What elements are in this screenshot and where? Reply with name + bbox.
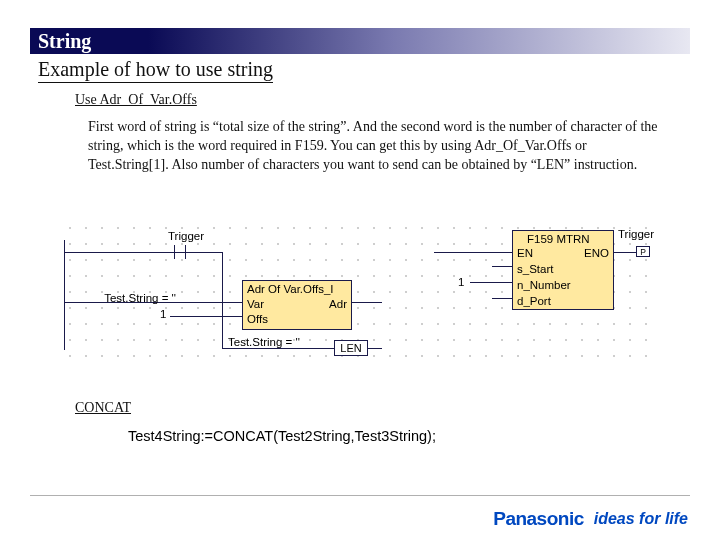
trigger-out-label: Trigger — [618, 228, 654, 240]
concat-code: Test4String:=CONCAT(Test2String,Test3Str… — [128, 428, 436, 444]
plc-diagram: Trigger Test.String = '' 1 Adr Of Var.Of… — [62, 220, 658, 370]
adr-block-title: Adr Of Var.Offs_I — [247, 283, 334, 295]
section1-heading-text: Use Adr_Of_Var.Offs — [75, 92, 197, 107]
adr-block-offs: Offs — [247, 313, 268, 325]
teststring-label: Test.String = '' — [80, 292, 176, 304]
subtitle: Example of how to use string — [38, 58, 273, 83]
f159-eno: ENO — [584, 247, 609, 259]
footer-rule — [30, 495, 690, 497]
one-label-left: 1 — [160, 308, 166, 320]
one-label-right: 1 — [458, 276, 464, 288]
page-title: String — [30, 30, 91, 53]
header-bar: String — [30, 28, 690, 54]
adr-block-var: Var — [247, 298, 264, 310]
len-block: LEN — [334, 340, 368, 356]
f159-sstart: s_Start — [517, 263, 553, 275]
f159-block: F159 MTRN EN ENO s_Start n_Number d_Port — [512, 230, 614, 310]
adr-block-adr: Adr — [329, 298, 347, 310]
section1-heading: Use Adr_Of_Var.Offs — [75, 92, 197, 108]
f159-dport: d_Port — [517, 295, 551, 307]
f159-nnumber: n_Number — [517, 279, 571, 291]
len-label: LEN — [340, 342, 361, 354]
section2-heading: CONCAT — [75, 400, 131, 416]
f159-en: EN — [517, 247, 533, 259]
adr-block: Adr Of Var.Offs_I Var Adr Offs — [242, 280, 352, 330]
trigger-label: Trigger — [168, 230, 204, 242]
footer-logo: Panasonic ideas for life — [493, 508, 688, 530]
f159-title: F159 MTRN — [527, 233, 590, 245]
teststring-label-2: Test.String = '' — [228, 336, 300, 348]
section1-body: First word of string is “total size of t… — [88, 118, 660, 175]
trigger-coil: P — [636, 246, 650, 257]
section2-heading-text: CONCAT — [75, 400, 131, 415]
trigger-contact — [174, 245, 186, 259]
tagline-text: ideas for life — [594, 510, 688, 528]
brand-text: Panasonic — [493, 508, 584, 530]
